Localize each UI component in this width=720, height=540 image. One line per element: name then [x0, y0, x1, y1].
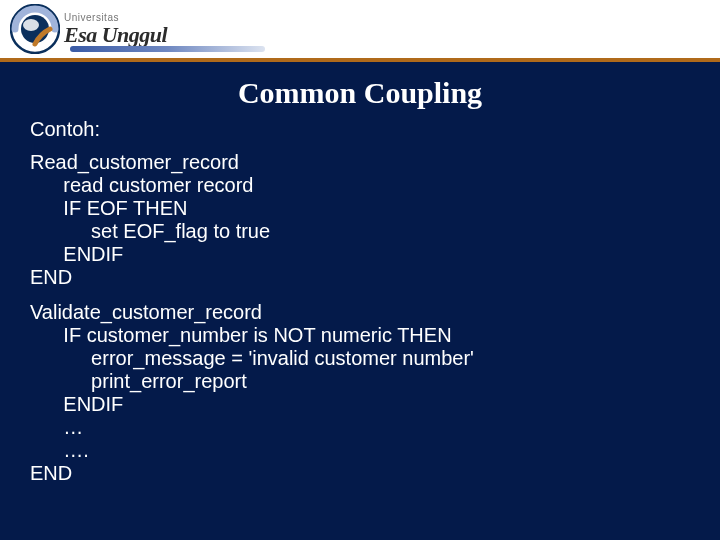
- logo-university-label: Universitas: [64, 13, 167, 23]
- logo-globe-icon: [10, 4, 60, 54]
- logo-underline: [70, 46, 265, 52]
- slide-body: Common Coupling Contoh: Read_customer_re…: [0, 62, 720, 540]
- slide-title: Common Coupling: [0, 62, 720, 118]
- logo-text: Universitas Esa Unggul: [64, 13, 167, 46]
- logo-name: Esa Unggul: [64, 24, 167, 46]
- slide-header: Universitas Esa Unggul: [0, 0, 720, 62]
- svg-point-2: [23, 19, 39, 31]
- pseudocode-block-1: Read_customer_record read customer recor…: [0, 151, 720, 301]
- slide-subtitle: Contoh:: [0, 118, 720, 151]
- pseudocode-block-2: Validate_customer_record IF customer_num…: [0, 301, 720, 497]
